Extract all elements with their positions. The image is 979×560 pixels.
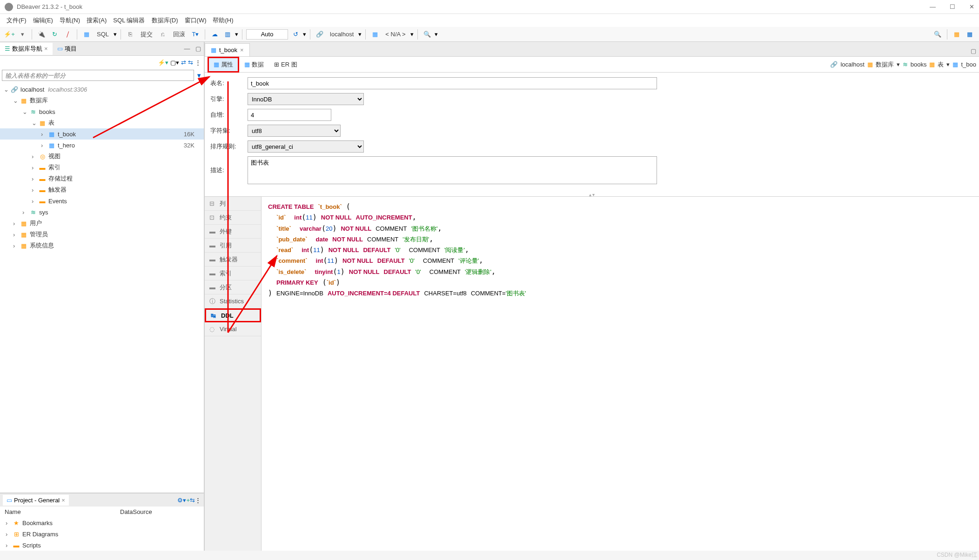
commit-icon[interactable]: ⎘ bbox=[125, 29, 136, 40]
sidetab-fk[interactable]: ▬外键 bbox=[205, 225, 261, 239]
maximize-panel-icon[interactable]: ▢ bbox=[193, 43, 204, 54]
tree-host[interactable]: ⌄🔗localhostlocalhost:3306 bbox=[0, 84, 204, 95]
tab-projects[interactable]: ▭ 项目 bbox=[53, 43, 81, 55]
link2-icon[interactable]: ⇆ bbox=[190, 497, 195, 504]
rollback-button[interactable]: 回滚 bbox=[170, 29, 188, 40]
sidetab-ddl[interactable]: ↹DDL bbox=[205, 308, 261, 322]
perspective2-icon[interactable]: ▦ bbox=[964, 29, 975, 40]
connection-select[interactable]: localhost bbox=[327, 30, 356, 39]
tx-icon[interactable]: T▾ bbox=[190, 29, 201, 40]
connection-icon[interactable]: 🔗 bbox=[314, 29, 325, 40]
sidetab-triggers[interactable]: ▬触发器 bbox=[205, 253, 261, 267]
sidetab-virtual[interactable]: ◌Virtual bbox=[205, 322, 261, 336]
max-editor-icon[interactable]: ▢ bbox=[968, 45, 979, 56]
gear-icon[interactable]: ⚙▾ bbox=[177, 497, 186, 504]
tree-indexes[interactable]: ›▬索引 bbox=[0, 162, 204, 173]
label-tablename: 表名: bbox=[210, 79, 248, 87]
plug-icon[interactable]: 🔌 bbox=[36, 29, 47, 40]
tree-databases[interactable]: ⌄▦数据库 bbox=[0, 95, 204, 106]
tree-triggers[interactable]: ›▬触发器 bbox=[0, 184, 204, 195]
search-icon[interactable]: 🔍 bbox=[932, 29, 943, 40]
schema-icon[interactable]: ▥ bbox=[222, 29, 233, 40]
rollback-icon[interactable]: ⎌ bbox=[157, 29, 168, 40]
add-icon[interactable]: + bbox=[186, 497, 190, 504]
menu-file[interactable]: 文件(F) bbox=[5, 15, 28, 26]
minimize-panel-icon[interactable]: — bbox=[181, 43, 193, 54]
close-icon[interactable]: × bbox=[61, 497, 65, 504]
close-icon[interactable]: × bbox=[240, 47, 244, 53]
tree-admin[interactable]: ›▦管理员 bbox=[0, 229, 204, 240]
splitter[interactable]: ▴ ▾ bbox=[205, 193, 979, 196]
virtual-icon: ◌ bbox=[209, 326, 217, 333]
tree-views[interactable]: ›◎视图 bbox=[0, 151, 204, 162]
commit-button[interactable]: 提交 bbox=[138, 29, 155, 40]
menu-help[interactable]: 帮助(H) bbox=[211, 15, 235, 26]
ddl-editor[interactable]: CREATE TABLE `t_book` ( `id` int(11) NOT… bbox=[262, 197, 979, 551]
tree-users[interactable]: ›▦用户 bbox=[0, 218, 204, 229]
tree-books-db[interactable]: ⌄≋books bbox=[0, 106, 204, 117]
sidetab-indexes[interactable]: ▬索引 bbox=[205, 267, 261, 280]
cloud-icon[interactable]: ☁ bbox=[209, 29, 220, 40]
new-folder-icon[interactable]: ▢▾ bbox=[170, 59, 179, 66]
menu-search[interactable]: 搜索(A) bbox=[85, 15, 108, 26]
select-collation[interactable]: utf8_general_ci bbox=[248, 140, 364, 153]
collapse-icon[interactable]: ⇄ bbox=[181, 59, 186, 66]
menu-nav[interactable]: 导航(N) bbox=[58, 15, 82, 26]
tree-sys[interactable]: ›≋sys bbox=[0, 207, 204, 218]
close-icon[interactable]: × bbox=[44, 45, 48, 52]
select-engine[interactable]: InnoDB bbox=[248, 93, 364, 105]
close-button[interactable]: ✕ bbox=[969, 3, 974, 10]
minimize-button[interactable]: — bbox=[930, 3, 936, 10]
sidetab-columns[interactable]: ⊟列 bbox=[205, 197, 261, 211]
maximize-button[interactable]: ☐ bbox=[950, 3, 955, 10]
history-icon[interactable]: ↺ bbox=[290, 29, 301, 40]
auto-input[interactable] bbox=[246, 29, 288, 40]
menu-database[interactable]: 数据库(D) bbox=[150, 15, 180, 26]
subtab-er[interactable]: ⊞ ER 图 bbox=[269, 58, 302, 72]
dropdown-icon[interactable]: ▾ bbox=[17, 29, 28, 40]
link-icon[interactable]: ⇆ bbox=[188, 59, 193, 66]
input-tablename[interactable] bbox=[248, 77, 657, 89]
subtab-properties[interactable]: ▦ 属性 bbox=[208, 57, 239, 73]
menu-edit[interactable]: 编辑(E) bbox=[31, 15, 55, 26]
select-charset[interactable]: utf8 bbox=[248, 125, 341, 137]
sidetab-refs[interactable]: ▬引用 bbox=[205, 239, 261, 253]
sidetab-constraints[interactable]: ⊡约束 bbox=[205, 211, 261, 225]
er-icon: ⊞ bbox=[12, 530, 20, 538]
filter-row: ▼ bbox=[0, 69, 204, 82]
menu-icon[interactable]: ⋮ bbox=[195, 497, 201, 504]
sidetab-partitions[interactable]: ▬分区 bbox=[205, 280, 261, 294]
sql-button[interactable]: SQL bbox=[94, 30, 112, 39]
tree-tables[interactable]: ⌄▦表 bbox=[0, 117, 204, 128]
filter-input[interactable] bbox=[2, 70, 194, 81]
subtab-data[interactable]: ▦ 数据 bbox=[239, 58, 269, 72]
proj-bookmarks[interactable]: ›★Bookmarks bbox=[2, 517, 202, 528]
sidetab-statistics[interactable]: ⓘStatistics bbox=[205, 294, 261, 308]
perspective-icon[interactable]: ▦ bbox=[951, 29, 962, 40]
tab-project-general[interactable]: ▭ Project - General × bbox=[3, 495, 69, 506]
new-connection-icon[interactable]: ⚡+ bbox=[4, 29, 15, 40]
sql-icon[interactable]: ▦ bbox=[81, 29, 92, 40]
proj-scripts[interactable]: ›▬Scripts bbox=[2, 540, 202, 551]
textarea-description[interactable]: 图书表 bbox=[248, 156, 657, 184]
search-tool-icon[interactable]: 🔍 bbox=[422, 29, 433, 40]
proj-er[interactable]: ›⊞ER Diagrams bbox=[2, 528, 202, 540]
disconnect-icon[interactable]: ⧸ bbox=[62, 29, 73, 40]
connect-icon[interactable]: ⚡▾ bbox=[158, 59, 168, 66]
tree-t-book[interactable]: ›▦t_book16K bbox=[0, 128, 204, 140]
tree-procs[interactable]: ›▬存储过程 bbox=[0, 173, 204, 184]
more-icon[interactable]: ⋮ bbox=[195, 59, 201, 66]
schema-select-icon[interactable]: ▦ bbox=[369, 29, 381, 40]
menu-window[interactable]: 窗口(W) bbox=[183, 15, 208, 26]
editor-tab-tbook[interactable]: ▦ t_book × bbox=[205, 43, 250, 56]
input-autoincrement[interactable] bbox=[248, 109, 331, 121]
menu-sql[interactable]: SQL 编辑器 bbox=[111, 15, 147, 26]
schema-select[interactable]: < N/A > bbox=[382, 30, 408, 39]
refresh-icon[interactable]: ↻ bbox=[49, 29, 60, 40]
tree-t-hero[interactable]: ›▦t_hero32K bbox=[0, 140, 204, 151]
props-icon: ▦ bbox=[214, 61, 219, 68]
tab-db-navigator[interactable]: ☰ 数据库导航 × bbox=[0, 43, 53, 55]
filter-icon[interactable]: ▼ bbox=[196, 72, 202, 79]
tree-events[interactable]: ›▬Events bbox=[0, 195, 204, 207]
tree-sysinfo[interactable]: ›▦系统信息 bbox=[0, 240, 204, 251]
